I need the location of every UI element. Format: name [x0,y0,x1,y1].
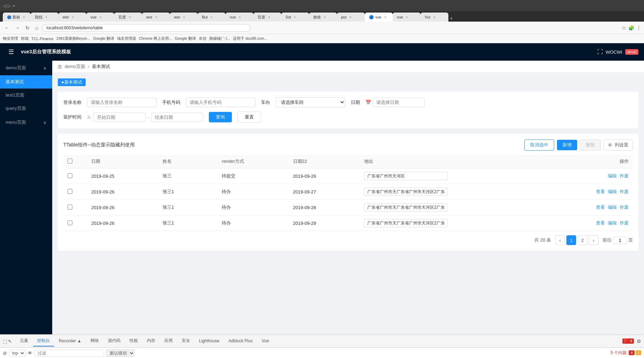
select-all-checkbox[interactable] [68,159,72,163]
sidebar-toggle-button[interactable]: ☰ [6,48,17,56]
row-checkbox[interactable] [68,173,72,178]
login-name-input[interactable] [87,98,157,107]
back-button[interactable]: ← [3,24,11,31]
bm-1991[interactable]: 1991置家购Beyon... [56,36,91,41]
address-input[interactable] [364,172,448,180]
tab-bd2[interactable]: 百度× [253,13,281,22]
context-select[interactable]: top [9,350,25,357]
bm-tcl[interactable]: TCL-Finance [31,37,54,41]
address-input[interactable] [364,203,448,212]
bm-domain[interactable]: 域名管理器 [117,36,136,41]
devtools-tab-vue[interactable]: Vue [258,336,273,346]
log-level-select[interactable]: 默认级别 [106,349,135,357]
tab-new[interactable]: 🔵新标× [3,13,31,22]
breadcrumb-demo[interactable]: demo页面 [65,63,85,70]
devtools-tab-security[interactable]: 安全 [178,336,194,346]
op-查看[interactable]: 查看 [596,205,605,210]
devtools-tab-network[interactable]: 网络 [86,336,103,346]
query-button[interactable]: 查询 [209,112,232,122]
menu-icon[interactable]: ⋮ [636,25,641,31]
sidebar-group-menu-header[interactable]: menu页面 ∨ [0,115,52,130]
devtools-tab-performance[interactable]: 性能 [125,336,142,346]
forward-button[interactable]: → [13,24,22,31]
end-date-input[interactable] [151,113,203,122]
prev-page-button[interactable]: ‹ [555,235,565,245]
tab-vue3[interactable]: vue× [393,13,421,22]
devtools-tab-console[interactable]: 控制台 [33,336,54,346]
bm-dongxin[interactable]: 东信 [199,36,206,41]
op-查看[interactable]: 查看 [596,220,605,226]
row-checkbox[interactable] [68,220,72,225]
direction-select[interactable]: 请选择车间 [276,97,345,107]
console-filter-input[interactable] [34,350,104,357]
columns-button[interactable]: ⚙ 列设置 [604,139,633,151]
bookmark-icon[interactable]: ☆ [622,25,626,31]
sidebar-item-basic-test[interactable]: 基本测试 [0,75,52,89]
op-作废[interactable]: 作废 [620,220,629,226]
phone-input[interactable] [186,98,256,107]
bm-doc88[interactable]: 适用于 doc88.com... [233,36,267,41]
tab-but[interactable]: But× [198,13,226,22]
tab-por[interactable]: por× [337,13,365,22]
next-page-button[interactable]: › [589,235,598,245]
add-button[interactable]: 新增 [557,140,577,150]
date-input[interactable] [372,98,425,107]
bm-chrome-web[interactable]: Chrome 网上应用... [139,36,172,41]
tab-sol[interactable]: Sol× [281,13,309,22]
tab-vur[interactable]: Vur× [421,13,448,22]
op-编辑[interactable]: 编辑 [608,189,617,194]
devtools-tab-lighthouse[interactable]: Lighthouse [195,336,224,346]
page-1-button[interactable]: 1 [566,235,576,245]
devtools-tab-adblock[interactable]: Adblock Plus [224,336,257,346]
tab-bd[interactable]: 百度× [114,13,142,22]
home-button[interactable]: ⌂ [33,24,40,31]
bm-google-translate2[interactable]: Google 翻译 [175,36,196,41]
page-2-button[interactable]: 2 [578,235,587,245]
tab-2[interactable]: 我找× [31,13,58,22]
sidebar-item-query[interactable]: query页面 [0,102,52,115]
fullscreen-icon[interactable]: ⛶ [597,49,603,55]
page-jump-input[interactable] [613,237,627,244]
op-作废[interactable]: 作废 [620,205,629,210]
sidebar-group-demo-header[interactable]: demo页面 ∧ [0,61,52,75]
devtools-tab-sources[interactable]: 源代码 [104,336,125,346]
devtools-icon-cursor[interactable]: ↖ [8,338,12,344]
reset-button[interactable]: 重置 [237,112,261,123]
tab-vue2[interactable]: vue× [226,13,253,22]
op-作废[interactable]: 作废 [620,173,629,178]
row-checkbox[interactable] [68,189,72,194]
address-input[interactable] [364,219,448,227]
tab-wor1[interactable]: wor× [142,13,170,22]
no-entry-icon[interactable]: ⊘ [3,350,7,356]
op-作废[interactable]: 作废 [620,189,629,194]
breadcrumb-toggle-icon[interactable]: ☰ [58,64,62,69]
tab-eff[interactable]: 效收× [309,13,337,22]
tab-wor2[interactable]: wor× [170,13,198,22]
devtools-tab-application[interactable]: 应用 [160,336,177,346]
bm-google-translate[interactable]: Google 翻译 [93,36,114,41]
eye-icon[interactable]: 👁 [28,350,32,356]
start-date-input[interactable] [93,113,146,122]
op-编辑[interactable]: 编辑 [608,205,617,210]
cancel-selection-button[interactable]: 取消选中 [524,139,554,151]
sidebar-item-test1[interactable]: test1页面 [0,89,52,102]
tab-vue1[interactable]: vue× [86,13,114,22]
tab-3[interactable]: eler× [58,13,86,22]
devtools-tab-elements[interactable]: 元素 [16,336,32,346]
refresh-button[interactable]: ↻ [24,24,31,31]
op-编辑[interactable]: 编辑 [608,173,617,178]
url-bar[interactable] [42,24,251,32]
bm-frontend[interactable]: 前端 [21,36,29,41]
bm-property[interactable]: 物业管理 [3,36,18,41]
extensions-icon[interactable]: 🧩 [628,25,634,31]
op-查看[interactable]: 查看 [596,189,605,194]
op-编辑[interactable]: 编辑 [608,220,617,226]
bm-pao[interactable]: 跑碰碰( '-')... [209,36,230,41]
devtools-settings-icon[interactable]: ⚙ [637,338,641,344]
row-checkbox[interactable] [68,205,72,210]
tab-vue-active[interactable]: 🔵vue× [365,13,393,22]
devtools-tab-recorder[interactable]: Recorder ▲ [55,336,86,346]
address-input[interactable] [364,188,448,196]
devtools-tab-memory[interactable]: 内存 [143,336,159,346]
devtools-icon-inspect[interactable]: ⬚ [3,338,7,344]
